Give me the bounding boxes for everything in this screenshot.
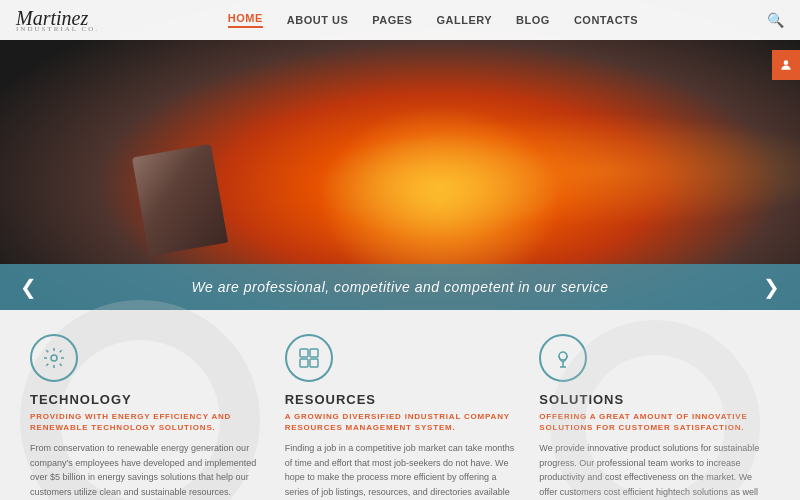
nav-item-home[interactable]: HOME bbox=[228, 12, 263, 28]
technology-title: TECHNOLOGY bbox=[30, 392, 261, 407]
user-icon[interactable] bbox=[772, 50, 800, 80]
solutions-icon bbox=[539, 334, 587, 382]
logo-sub: INDUSTRIAL CO. bbox=[16, 26, 99, 33]
resources-body: Finding a job in a competitive job marke… bbox=[285, 441, 516, 500]
technology-body: From conservation to renewable energy ge… bbox=[30, 441, 261, 499]
resources-icon bbox=[285, 334, 333, 382]
svg-rect-3 bbox=[310, 349, 318, 357]
card-resources: RESOURCES A GROWING DIVERSIFIED INDUSTRI… bbox=[285, 334, 516, 484]
card-technology: TECHNOLOGY PROVIDING WITH ENERGY EFFICIE… bbox=[30, 334, 261, 484]
main-nav: HOMEABOUT USPAGESGALLERYBLOGCONTACTS bbox=[228, 12, 638, 28]
svg-rect-5 bbox=[310, 359, 318, 367]
logo: Martinez INDUSTRIAL CO. bbox=[16, 8, 99, 33]
nav-item-pages[interactable]: PAGES bbox=[372, 14, 412, 26]
hero-prev-arrow[interactable]: ❮ bbox=[10, 271, 47, 303]
hero-caption-text: We are professional, competitive and com… bbox=[192, 279, 609, 295]
features-section: TECHNOLOGY PROVIDING WITH ENERGY EFFICIE… bbox=[0, 310, 800, 500]
svg-point-1 bbox=[51, 355, 57, 361]
svg-rect-4 bbox=[300, 359, 308, 367]
search-icon[interactable]: 🔍 bbox=[767, 12, 784, 28]
nav-item-about-us[interactable]: ABOUT US bbox=[287, 14, 348, 26]
nav-item-contacts[interactable]: CONTACTS bbox=[574, 14, 638, 26]
nav-item-blog[interactable]: BLOG bbox=[516, 14, 550, 26]
technology-icon bbox=[30, 334, 78, 382]
technology-subtitle: PROVIDING WITH ENERGY EFFICIENCY AND REN… bbox=[30, 411, 261, 433]
resources-title: RESOURCES bbox=[285, 392, 516, 407]
user-svg bbox=[779, 58, 793, 72]
nav-item-gallery[interactable]: GALLERY bbox=[436, 14, 492, 26]
header: Martinez INDUSTRIAL CO. HOMEABOUT USPAGE… bbox=[0, 0, 800, 40]
hero-next-arrow[interactable]: ❯ bbox=[753, 271, 790, 303]
svg-rect-2 bbox=[300, 349, 308, 357]
card-solutions: SOLUTIONS OFFERING A GREAT AMOUNT OF INN… bbox=[539, 334, 770, 484]
resources-subtitle: A GROWING DIVERSIFIED INDUSTRIAL COMPANY… bbox=[285, 411, 516, 433]
hero-section: ❮ We are professional, competitive and c… bbox=[0, 0, 800, 310]
solutions-body: We provide innovative product solutions … bbox=[539, 441, 770, 500]
hero-caption: ❮ We are professional, competitive and c… bbox=[0, 264, 800, 310]
solutions-subtitle: OFFERING A GREAT AMOUNT OF INNOVATIVE SO… bbox=[539, 411, 770, 433]
svg-point-0 bbox=[784, 60, 789, 65]
solutions-title: SOLUTIONS bbox=[539, 392, 770, 407]
